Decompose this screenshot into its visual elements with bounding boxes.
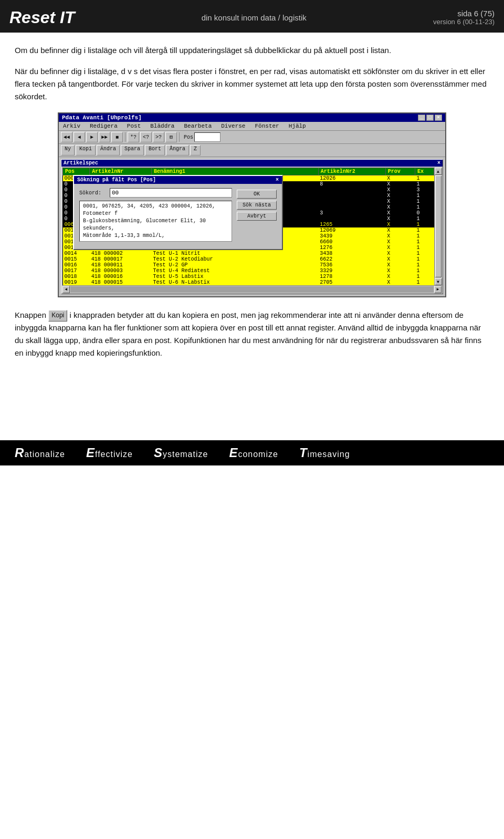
cell-ben: Test U-1 Nitrit <box>152 251 319 256</box>
menu-fonster[interactable]: Fönster <box>253 122 281 130</box>
cell-art2 <box>318 187 385 193</box>
col-benamning: Benämning1 <box>152 168 319 175</box>
table-row[interactable]: 0017 418 000003 Test U-4 Rediatest 3329 … <box>63 268 434 274</box>
cell-pos: 0017 <box>63 268 90 274</box>
sok-nasta-button[interactable]: Sök nästa <box>237 201 277 210</box>
avbryt-button[interactable]: Avbryt <box>237 212 277 221</box>
win-menubar: Arkiv Redigera Post Bläddra Bearbeta Div… <box>59 122 445 131</box>
tb-z[interactable]: Z <box>190 145 201 156</box>
cell-art2: 1276 <box>318 245 385 251</box>
scrollbar-horizontal[interactable]: ◄ ► <box>62 285 442 293</box>
menu-bearbeta[interactable]: Bearbeta <box>182 122 214 130</box>
search-close-btn[interactable]: × <box>276 177 279 183</box>
pos-input[interactable] <box>194 132 220 142</box>
cell-prov: X <box>385 204 415 210</box>
table-row[interactable]: 0015 418 000017 Test U-2 Ketodiabur 6622… <box>63 256 434 262</box>
search-dialog-title: Sökning på fält Pos [Pos] × <box>74 176 282 184</box>
pos-label: Pos <box>184 134 193 140</box>
tb-kopi[interactable]: Kopi <box>76 145 96 156</box>
header-title: Reset IT <box>9 8 75 27</box>
header-right: sida 6 (75) version 6 (00-11-23) <box>433 9 495 26</box>
cell-prov: X <box>385 216 415 222</box>
search-input[interactable] <box>110 188 232 198</box>
tb-next[interactable]: ► <box>86 132 98 142</box>
menu-hjalp[interactable]: Hjälp <box>287 122 308 130</box>
tb-grid[interactable]: ⊞ <box>165 132 177 142</box>
tb-search3[interactable]: >? <box>153 132 164 142</box>
menu-diverse[interactable]: Diverse <box>219 122 247 130</box>
cell-prov: X <box>385 279 415 285</box>
tb-prev[interactable]: ◄ <box>74 132 85 142</box>
tb-bort[interactable]: Bort <box>145 145 165 156</box>
cell-prov: X <box>385 199 415 204</box>
header: Reset IT din konsult inom data / logisti… <box>0 0 504 33</box>
table-row[interactable]: 0016 418 000011 Test U-2 GP 7536 X 1 <box>63 262 434 268</box>
ok-button[interactable]: OK <box>237 190 277 199</box>
cell-ben: Test U-2 Ketodiabur <box>152 256 319 262</box>
bottom-paragraph: Knappen Kopi i knappraden betyder att du… <box>15 309 489 359</box>
header-version: version 6 (00-11-23) <box>433 18 495 26</box>
cell-art2: 12069 <box>318 227 385 233</box>
inner-title-label: Artikelspec <box>64 160 98 166</box>
search-buttons: OK Sök nästa Avbryt <box>237 190 277 221</box>
cell-ex: 1 <box>415 268 434 274</box>
cell-art: 418 000016 <box>90 274 152 279</box>
search-dialog-box: Sökning på fält Pos [Pos] × Sökord: <box>73 175 283 250</box>
tb-sep2 <box>179 132 180 142</box>
cell-ex: 1 <box>415 193 434 199</box>
paragraph-1: Om du befinner dig i listaläge och vill … <box>15 44 489 57</box>
tb-search2[interactable]: <? <box>140 132 152 142</box>
cell-prov: X <box>385 268 415 274</box>
tb-stop[interactable]: ■ <box>111 132 123 142</box>
table-row[interactable]: 0019 418 000015 Test U-6 N-Labstix 2705 … <box>63 279 434 285</box>
win-titlebar: Pdata Avanti [Uhprolfs] _ □ × <box>59 113 445 122</box>
tb-last[interactable]: ►► <box>99 132 110 142</box>
tb-ny[interactable]: Ny <box>61 145 75 156</box>
scroll-down-arrow[interactable]: ▼ <box>435 278 442 285</box>
cell-art2: 1278 <box>318 274 385 279</box>
bottom-text-p2: i knappraden betyder att du kan kopiera … <box>15 310 481 357</box>
cell-prov: X <box>385 187 415 193</box>
scroll-right-arrow[interactable]: ► <box>434 286 442 293</box>
tb-spara[interactable]: Spara <box>121 145 144 156</box>
col-prov: Prov <box>385 168 415 175</box>
scroll-up-arrow[interactable]: ▲ <box>435 168 442 175</box>
inner-close-btn[interactable]: × <box>437 160 440 166</box>
cell-ex: 1 <box>415 204 434 210</box>
scrollbar-vertical[interactable]: ▲ ▼ <box>434 168 442 285</box>
col-pos: Pos <box>63 168 90 175</box>
footer: Rationalize Effectivize Systematize Econ… <box>0 440 504 465</box>
cell-art2 <box>318 199 385 204</box>
table-row[interactable]: 0018 418 000016 Test U-5 Labstix 1278 X … <box>63 274 434 279</box>
cell-art2 <box>318 216 385 222</box>
win-toolbar1: ◄◄ ◄ ► ►► ■ *? <? >? ⊞ Pos <box>59 131 445 144</box>
win-inner-content: Pos ArtikelnNr Benämning1 ArtikelnNr2 Pr… <box>61 167 443 294</box>
tb-angra[interactable]: Ångra <box>166 145 189 156</box>
cell-art: 418 000011 <box>90 262 152 268</box>
menu-bladdra[interactable]: Bläddra <box>148 122 176 130</box>
scroll-left-arrow[interactable]: ◄ <box>62 286 70 293</box>
cell-art2: 6622 <box>318 256 385 262</box>
cell-ex: 1 <box>415 175 434 182</box>
menu-arkiv[interactable]: Arkiv <box>61 122 82 130</box>
cell-ex: 1 <box>415 216 434 222</box>
win-maximize-btn[interactable]: □ <box>426 115 434 121</box>
cell-ex: 1 <box>415 279 434 285</box>
scroll-thumb[interactable] <box>435 175 442 277</box>
search-result: 0001, 967625, 34, 4205, 423 000004, 1202… <box>79 201 232 242</box>
cell-art2: 3438 <box>318 251 385 256</box>
cell-ex: 1 <box>415 239 434 245</box>
win-close-btn[interactable]: × <box>435 115 442 121</box>
cell-art2: 12026 <box>318 175 385 182</box>
tb-first[interactable]: ◄◄ <box>61 132 72 142</box>
tb-andra[interactable]: Ändra <box>97 145 120 156</box>
cell-prov: X <box>385 233 415 239</box>
tb-search1[interactable]: *? <box>128 132 139 142</box>
table-row[interactable]: 0014 418 000002 Test U-1 Nitrit 3438 X 1 <box>63 251 434 256</box>
menu-redigera[interactable]: Redigera <box>88 122 120 130</box>
cell-ex: 3 <box>415 187 434 193</box>
footer-word-systematize: Systematize <box>154 446 208 460</box>
win-minimize-btn[interactable]: _ <box>418 115 425 121</box>
menu-post[interactable]: Post <box>125 122 143 130</box>
win-titlebar-buttons: _ □ × <box>418 115 442 121</box>
